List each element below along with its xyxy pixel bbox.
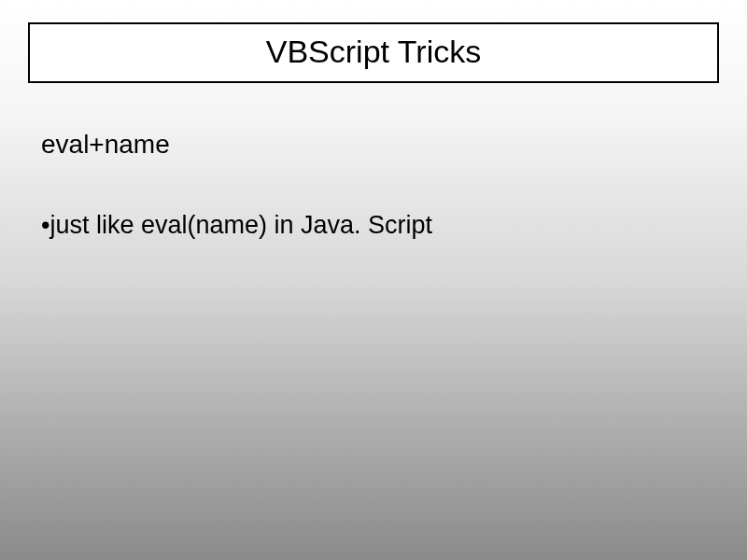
slide-subtitle: eval+name	[41, 130, 719, 160]
slide-container: VBScript Tricks eval+name •just like eva…	[0, 0, 747, 560]
slide-title: VBScript Tricks	[266, 34, 481, 69]
bullet-text: just like eval(name) in Java. Script	[49, 211, 432, 239]
title-box: VBScript Tricks	[28, 22, 719, 83]
bullet-item: •just like eval(name) in Java. Script	[41, 211, 719, 240]
